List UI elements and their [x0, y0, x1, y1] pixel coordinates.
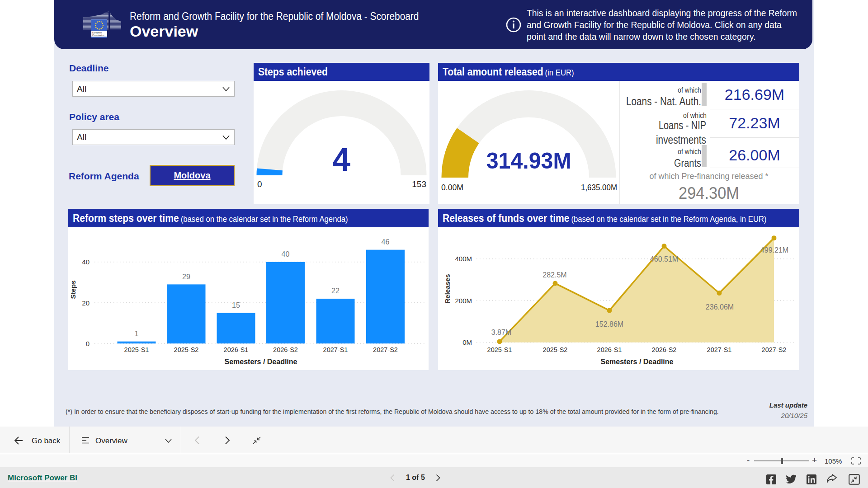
- svg-text:153: 153: [412, 179, 426, 189]
- svg-text:2026-S1: 2026-S1: [597, 346, 622, 353]
- svg-text:2026-S2: 2026-S2: [652, 346, 677, 353]
- svg-text:of which: of which: [678, 148, 701, 155]
- svg-text:0M: 0M: [462, 338, 472, 346]
- svg-text:29: 29: [182, 273, 190, 281]
- svg-text:46: 46: [382, 238, 390, 246]
- svg-text:Commission: Commission: [92, 34, 104, 37]
- svg-text:3.87M: 3.87M: [491, 328, 511, 336]
- svg-text:4: 4: [332, 141, 350, 178]
- svg-text:0: 0: [86, 340, 90, 347]
- svg-text:2027-S1: 2027-S1: [323, 346, 348, 353]
- svg-text:2026-S2: 2026-S2: [273, 346, 298, 353]
- svg-text:460.51M: 460.51M: [650, 255, 678, 263]
- svg-text:Loans - Nat. Auth.: Loans - Nat. Auth.: [626, 95, 701, 108]
- svg-text:40: 40: [82, 258, 90, 266]
- svg-text:294.30M: 294.30M: [679, 184, 739, 202]
- svg-text:2025-S1: 2025-S1: [124, 346, 149, 353]
- svg-text:Releases: Releases: [443, 274, 451, 303]
- svg-text:400M: 400M: [455, 255, 472, 263]
- svg-text:282.5M: 282.5M: [542, 271, 566, 279]
- svg-text:236.06M: 236.06M: [706, 303, 734, 311]
- svg-text:Semesters / Deadline: Semesters / Deadline: [225, 358, 297, 366]
- svg-text:0.00M: 0.00M: [441, 183, 463, 192]
- svg-text:0: 0: [257, 179, 262, 189]
- svg-text:22: 22: [331, 287, 340, 295]
- svg-text:2025-S2: 2025-S2: [174, 346, 199, 353]
- svg-text:investments: investments: [656, 133, 706, 146]
- svg-text:1,635.00M: 1,635.00M: [581, 183, 617, 192]
- svg-text:152.86M: 152.86M: [595, 320, 623, 328]
- svg-text:2027-S2: 2027-S2: [762, 346, 787, 353]
- svg-text:314.93M: 314.93M: [486, 148, 571, 174]
- svg-text:2025-S2: 2025-S2: [543, 346, 568, 353]
- svg-text:2025-S1: 2025-S1: [487, 346, 512, 353]
- svg-text:2027-S1: 2027-S1: [707, 346, 732, 353]
- svg-text:Loans - NIP: Loans - NIP: [659, 119, 706, 131]
- svg-text:Grants: Grants: [674, 157, 701, 169]
- svg-text:15: 15: [232, 301, 240, 309]
- svg-text:of which: of which: [683, 112, 707, 119]
- svg-text:26.00M: 26.00M: [729, 146, 780, 164]
- svg-text:2027-S2: 2027-S2: [373, 346, 398, 353]
- svg-text:of which: of which: [678, 86, 701, 94]
- svg-text:20: 20: [82, 299, 90, 307]
- svg-text:Steps: Steps: [69, 281, 77, 299]
- svg-text:1: 1: [135, 330, 139, 338]
- svg-text:European: European: [92, 32, 102, 34]
- svg-text:of which Pre-financing release: of which Pre-financing released *: [650, 172, 769, 181]
- svg-text:200M: 200M: [455, 297, 472, 305]
- svg-text:2026-S1: 2026-S1: [224, 346, 249, 353]
- svg-text:Semesters / Deadline: Semesters / Deadline: [601, 358, 674, 366]
- svg-text:72.23M: 72.23M: [729, 114, 780, 131]
- svg-text:499.21M: 499.21M: [760, 246, 788, 254]
- svg-text:216.69M: 216.69M: [725, 86, 784, 103]
- svg-text:40: 40: [282, 250, 290, 258]
